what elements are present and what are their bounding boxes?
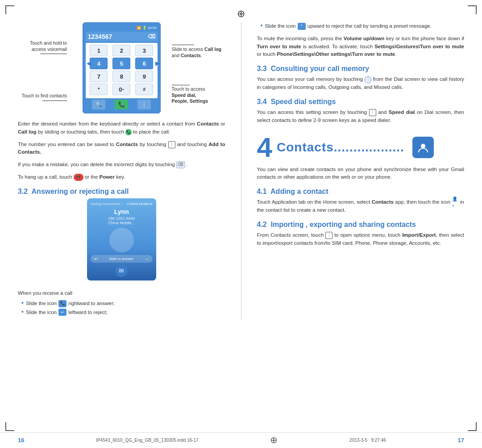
delete-icon: ⌫: [176, 161, 185, 168]
key-5[interactable]: 5: [112, 58, 130, 69]
key-0[interactable]: 0+: [112, 84, 130, 95]
body-text-2: The number you entered can be saved to C…: [18, 141, 225, 157]
annotation-speed-dial: Touch to access Speed dial, People, Sett…: [172, 85, 225, 105]
corner-mark-bl: [5, 422, 14, 431]
keypad-row-3: 7 8 9: [87, 71, 156, 82]
slide-to-answer-bar: ↩ Slide to answer →: [91, 255, 153, 263]
bottom-actions: 🔍 📞 ⋮: [86, 98, 158, 110]
column-divider: [241, 22, 241, 320]
message-reject-btn[interactable]: ✉: [115, 264, 128, 277]
key-1[interactable]: 1: [90, 45, 108, 56]
annotation-touch-hold: Touch and hold to access voicemail: [18, 40, 67, 54]
section-34-heading: 3.4 Speed dial settings: [257, 98, 465, 106]
bullet-dot-2: •: [21, 309, 24, 315]
keypad-row-1: 1 2 3: [87, 45, 156, 56]
keypad-row-4: * 0+ #: [87, 84, 156, 95]
svg-point-0: [421, 144, 425, 148]
corner-mark-br: [468, 422, 477, 431]
content-area: Touch and hold to access voicemail Slide…: [0, 0, 482, 347]
incoming-call-status-bar: Saving screenshot... CHINA MOBILE: [91, 202, 153, 206]
annotation-slide-access: Slide to access Call log and Contacts.: [172, 45, 225, 59]
chapter-number: 4: [257, 134, 272, 161]
bullet-list: • Slide the icon 📞 rightward to answer; …: [21, 300, 225, 317]
dial-diagram: Touch and hold to access voicemail Slide…: [18, 22, 225, 113]
key-9[interactable]: 9: [135, 71, 153, 82]
contacts-chapter-icon: [412, 137, 434, 158]
footer-file-info: IP4543_6010_QG_Eng_GB_05_130305.indd 16-…: [96, 438, 199, 443]
page-number-left: 16: [18, 437, 24, 444]
mute-text: To mute the incoming calls, press the Vo…: [257, 35, 465, 59]
footer-compass-icon: ⊕: [270, 435, 278, 445]
menu-bottom-icon[interactable]: ⋮: [137, 100, 151, 109]
bullet-answer: • Slide the icon 📞 rightward to answer;: [21, 300, 225, 308]
when-receive-text: When you receive a call: [18, 289, 225, 297]
key-8[interactable]: 8: [112, 71, 130, 82]
search-bottom-icon[interactable]: 🔍: [92, 100, 105, 109]
status-bar: 📶 🔋 16:55: [86, 25, 158, 30]
section-42-heading: 4.2 Importing , exporting and sharing co…: [257, 221, 465, 229]
call-bottom-icon[interactable]: 📞: [115, 100, 128, 109]
body-42: From Contacts screen, touch ⋮ to open op…: [257, 231, 465, 247]
body-33: You can access your call memory by touch…: [257, 75, 465, 92]
clock-icon: 🕐: [365, 76, 371, 83]
body-text-3: If you make a mistake, you can delete th…: [18, 161, 225, 169]
key-hash[interactable]: #: [135, 84, 153, 95]
footer-date: 2013-3-5 9:27:46: [349, 438, 386, 443]
incoming-call-diagram: Saving screenshot... CHINA MOBILE Lynn 1…: [18, 198, 225, 285]
caller-avatar: [109, 228, 134, 252]
keypad: 1 2 3 ◀ 4 5 6 ▶: [86, 43, 158, 98]
top-compass-icon: ⊕: [237, 8, 245, 20]
slide-left-arrow: ↩: [94, 256, 98, 261]
corner-mark-tl: [5, 5, 14, 14]
key-3[interactable]: 3: [135, 45, 153, 56]
chapter-4-body: You can view and create contacts on your…: [257, 166, 465, 182]
reject-icon: ↩: [58, 309, 66, 316]
key-4[interactable]: ◀ 4: [90, 58, 108, 69]
answer-icon: 📞: [58, 300, 66, 307]
chapter-title: Contacts..................: [277, 140, 404, 155]
number-display: 1234567 ⌫: [86, 32, 158, 42]
incoming-call-screen: Saving screenshot... CHINA MOBILE Lynn 1…: [87, 198, 156, 281]
section-41-heading: 4.1 Adding a contact: [257, 188, 465, 196]
phone-call-icon: 📞: [125, 129, 132, 135]
body-41: Touch Application tab on the Home screen…: [257, 198, 465, 214]
chapter-4-heading: 4 Contacts..................: [257, 134, 465, 161]
annotation-touch-find: Touch to find contacts: [18, 93, 67, 101]
key-star[interactable]: *: [90, 84, 108, 95]
left-column: Touch and hold to access voicemail Slide…: [18, 22, 225, 320]
body-text-1: Enter the desired number from the keyboa…: [18, 120, 225, 136]
section-32-heading: 3.2 Answering or rejecting a call: [18, 188, 225, 196]
keypad-row-2: ◀ 4 5 6 ▶: [87, 58, 156, 69]
slide-right-arrow: →: [145, 256, 149, 261]
phone-screen-diagram: 📶 🔋 16:55 1234567 ⌫ 1 2 3: [83, 22, 161, 113]
page-number-right: 17: [457, 437, 464, 444]
bullet-msg: • Slide the icon ^ upward to reject the …: [261, 22, 465, 30]
key-7[interactable]: 7: [90, 71, 108, 82]
key-2[interactable]: 2: [112, 45, 130, 56]
caller-number: 186 1261 9440 China Mobile...: [91, 216, 153, 225]
bullet-reject: • Slide the icon ↩ leftward to reject;: [21, 309, 225, 317]
body-text-4: To hang up a call, touch 📵 or the Power …: [18, 173, 225, 181]
body-34: You can access this setting screen by to…: [257, 109, 465, 125]
section-33-heading: 3.3 Consulting your call memory: [257, 65, 465, 73]
bullet-dot-msg: •: [261, 22, 263, 29]
bullet-list-right: • Slide the icon ^ upward to reject the …: [261, 22, 465, 30]
footer: 16 IP4543_6010_QG_Eng_GB_05_130305.indd …: [0, 432, 482, 448]
corner-mark-tr: [468, 5, 477, 14]
message-icon: ^: [298, 23, 306, 30]
key-6[interactable]: 6 ▶: [135, 58, 153, 69]
right-column: • Slide the icon ^ upward to reject the …: [257, 22, 465, 320]
bullet-dot-1: •: [21, 300, 24, 306]
caller-name: Lynn: [91, 208, 153, 215]
add-contact-icon: 👤+: [452, 199, 459, 206]
